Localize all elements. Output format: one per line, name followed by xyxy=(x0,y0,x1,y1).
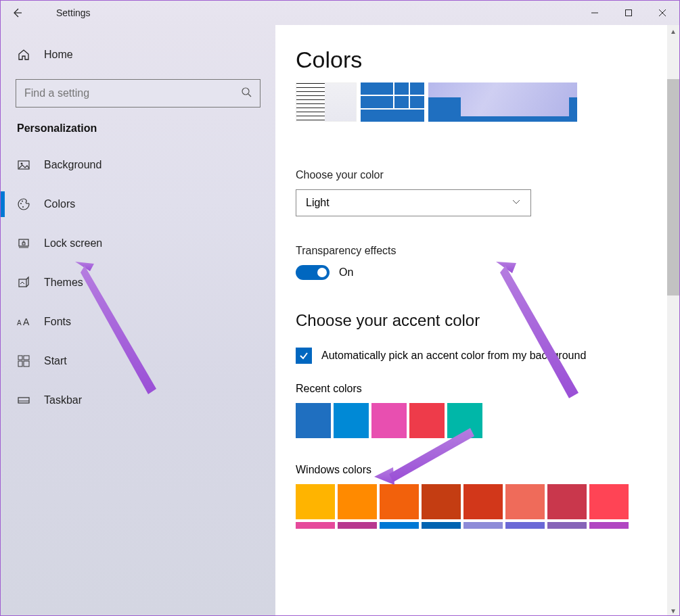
svg-rect-20 xyxy=(24,361,29,366)
sidebar-item-label: Lock screen xyxy=(44,237,102,250)
palette-icon xyxy=(17,197,39,211)
windows-color-swatch[interactable] xyxy=(338,484,377,519)
home-icon xyxy=(17,48,39,62)
windows-color-swatch[interactable] xyxy=(589,522,629,529)
scroll-up-button[interactable]: ▲ xyxy=(667,25,679,37)
close-icon xyxy=(658,9,666,17)
sidebar-item-label: Colors xyxy=(44,198,75,210)
search-container xyxy=(1,78,275,120)
maximize-icon xyxy=(625,9,633,17)
windows-colors-row-2 xyxy=(296,522,679,529)
sidebar-item-label: Taskbar xyxy=(44,394,82,406)
svg-point-8 xyxy=(20,203,22,204)
sidebar-item-taskbar[interactable]: Taskbar xyxy=(1,381,275,420)
recent-color-swatch[interactable] xyxy=(447,403,482,438)
arrow-left-icon xyxy=(12,7,22,18)
auto-accent-label: Automatically pick an accent color from … xyxy=(321,348,586,364)
minimize-button[interactable] xyxy=(578,1,612,25)
windows-color-swatch[interactable] xyxy=(547,484,587,519)
svg-rect-18 xyxy=(24,356,29,360)
windows-color-swatch[interactable] xyxy=(463,484,503,519)
sidebar-item-lock-screen[interactable]: Lock screen xyxy=(1,224,275,263)
recent-color-swatch[interactable] xyxy=(409,403,445,438)
windows-color-swatch[interactable] xyxy=(296,484,335,519)
svg-point-4 xyxy=(242,88,249,95)
windows-color-swatch[interactable] xyxy=(338,522,377,529)
transparency-toggle[interactable] xyxy=(296,265,330,280)
sidebar-home-label: Home xyxy=(44,49,73,61)
svg-rect-14 xyxy=(19,279,26,287)
windows-color-swatch[interactable] xyxy=(380,484,419,519)
content-pane: Colors Choose your color Light Transpare… xyxy=(275,25,679,616)
svg-rect-19 xyxy=(18,361,22,366)
check-icon xyxy=(298,350,309,361)
windows-colors-row-1 xyxy=(296,484,679,519)
sidebar-item-label: Background xyxy=(44,159,101,171)
scrollbar-thumb[interactable] xyxy=(667,79,679,295)
svg-text:A: A xyxy=(17,319,22,327)
window-title: Settings xyxy=(56,7,91,18)
windows-color-swatch[interactable] xyxy=(422,484,461,519)
back-button[interactable] xyxy=(1,1,33,25)
svg-rect-12 xyxy=(22,243,25,245)
page-title: Colors xyxy=(296,47,679,73)
lock-icon xyxy=(17,237,39,250)
windows-color-swatch[interactable] xyxy=(505,522,545,529)
sidebar-item-start[interactable]: Start xyxy=(1,341,275,381)
sidebar-item-fonts[interactable]: AAFonts xyxy=(1,302,275,341)
windows-color-swatch[interactable] xyxy=(505,484,545,519)
transparency-state: On xyxy=(339,266,353,279)
svg-rect-1 xyxy=(626,10,632,16)
sidebar-category-header: Personalization xyxy=(1,120,275,145)
sidebar-item-themes[interactable]: Themes xyxy=(1,263,275,302)
search-icon xyxy=(241,87,252,100)
windows-color-swatch[interactable] xyxy=(296,522,335,529)
title-bar: Settings xyxy=(1,1,679,25)
recent-color-swatch[interactable] xyxy=(371,403,407,438)
sidebar-item-label: Start xyxy=(44,355,67,367)
sidebar-item-background[interactable]: Background xyxy=(1,145,275,185)
search-input[interactable] xyxy=(24,87,241,99)
recent-colors-swatches xyxy=(296,403,679,438)
choose-color-dropdown[interactable]: Light xyxy=(296,189,531,216)
auto-accent-checkbox[interactable] xyxy=(296,348,312,364)
recent-color-swatch[interactable] xyxy=(296,403,331,438)
sidebar-item-label: Fonts xyxy=(44,316,71,328)
windows-color-swatch[interactable] xyxy=(380,522,419,529)
choose-color-value: Light xyxy=(306,197,330,209)
scroll-down-button[interactable]: ▼ xyxy=(667,605,679,616)
start-icon xyxy=(17,354,39,368)
accent-heading: Choose your accent color xyxy=(296,311,679,330)
sidebar: Home Personalization BackgroundColorsLoc… xyxy=(1,25,275,616)
taskbar-icon xyxy=(17,394,39,407)
color-preview-strip xyxy=(296,82,679,122)
close-button[interactable] xyxy=(645,1,679,25)
windows-color-swatch[interactable] xyxy=(463,522,503,529)
choose-color-label: Choose your color xyxy=(296,169,679,181)
transparency-label: Transparency effects xyxy=(296,245,679,257)
image-icon xyxy=(17,158,39,172)
windows-color-swatch[interactable] xyxy=(589,484,629,519)
svg-rect-17 xyxy=(18,356,22,360)
sidebar-item-colors[interactable]: Colors xyxy=(1,185,275,224)
svg-text:A: A xyxy=(23,316,30,327)
transparency-toggle-row: On xyxy=(296,265,679,280)
preview-tile-2 xyxy=(361,82,424,122)
sidebar-item-label: Themes xyxy=(44,277,83,289)
themes-icon xyxy=(17,276,39,289)
windows-color-swatch[interactable] xyxy=(422,522,461,529)
recent-color-swatch[interactable] xyxy=(334,403,369,438)
windows-colors-label: Windows colors xyxy=(296,464,679,476)
minimize-icon xyxy=(591,9,599,17)
svg-point-9 xyxy=(22,201,23,202)
sidebar-home[interactable]: Home xyxy=(1,34,275,75)
preview-tile-1 xyxy=(296,82,357,122)
maximize-button[interactable] xyxy=(612,1,645,25)
window-controls xyxy=(578,1,679,25)
recent-colors-label: Recent colors xyxy=(296,383,679,395)
preview-tile-3 xyxy=(428,82,577,122)
search-input-wrapper[interactable] xyxy=(16,79,260,108)
svg-rect-21 xyxy=(18,398,29,403)
windows-color-swatch[interactable] xyxy=(547,522,587,529)
svg-point-10 xyxy=(22,206,24,208)
